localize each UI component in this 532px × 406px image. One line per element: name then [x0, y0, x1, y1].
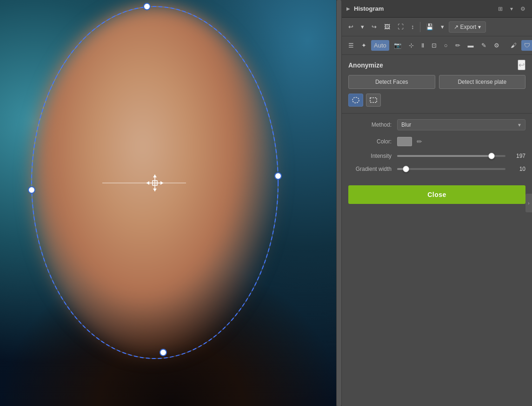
right-edge-expand[interactable]: › [525, 194, 532, 212]
auto-label: Auto [374, 42, 386, 49]
settings-tool-button[interactable]: ⚙ [491, 40, 502, 51]
intensity-value: 197 [509, 153, 525, 159]
mask-button[interactable]: 🛡 [521, 40, 532, 51]
circle-tool-button[interactable]: ○ [441, 40, 451, 51]
text-tool-button[interactable]: Ⅱ [419, 40, 427, 51]
params-section: Method: Blur Pixelate Color Fill ▼ Color… [342, 114, 532, 178]
shape-buttons-row [348, 94, 525, 107]
canvas-area [0, 0, 342, 406]
scrollbar-thumb[interactable] [337, 0, 341, 406]
method-row: Method: Blur Pixelate Color Fill ▼ [348, 119, 525, 130]
ellipse-shape-button[interactable] [348, 94, 363, 107]
panel-menu-icon[interactable]: ⊞ [496, 5, 505, 13]
detect-plate-button[interactable]: Detect license plate [439, 75, 526, 89]
filters-button[interactable]: ☰ [346, 40, 357, 51]
vertical-scrollbar[interactable] [336, 0, 342, 406]
toolbar-row-2: ☰ ✦ Auto 📷 ⊹ Ⅱ ⊡ ○ ✏ ▬ ✎ ⚙ 🖌 🛡 T. [342, 36, 532, 55]
color-value-area: ✏ [397, 137, 525, 146]
histogram-header: ▶ Histogram ⊞ ▾ ⚙ [342, 0, 532, 18]
blur-overlay [32, 6, 278, 357]
detect-faces-button[interactable]: Detect Faces [348, 75, 435, 89]
rect-tool-button[interactable]: ▬ [465, 40, 477, 51]
snapshot-button[interactable]: 🖼 [381, 21, 393, 32]
save-dropdown-button[interactable]: ▾ [438, 21, 447, 32]
toolbar-row-1: ↩ ▾ ↪ 🖼 ⛶ ↕ 💾 ▾ ↗ Export ▾ [342, 18, 532, 36]
export-dropdown-arrow: ▾ [478, 24, 481, 30]
intensity-thumb[interactable] [488, 153, 495, 159]
gradient-row: Gradient width 10 [348, 166, 525, 172]
intensity-fill [397, 155, 492, 157]
undo-dropdown-button[interactable]: ▾ [358, 21, 367, 32]
anonymize-header: Anonymize ↩ [348, 60, 525, 70]
expand-icon[interactable]: ▶ [346, 6, 350, 11]
redo-button[interactable]: ↪ [369, 21, 379, 32]
color-label: Color: [348, 138, 397, 145]
gradient-slider[interactable] [397, 168, 505, 170]
detect-buttons-row: Detect Faces Detect license plate [348, 75, 525, 89]
crop-button[interactable]: ⛶ [395, 21, 406, 32]
gradient-value: 10 [509, 166, 525, 172]
export-icon: ↗ [454, 24, 459, 30]
perspective-button[interactable]: ⊹ [406, 40, 417, 51]
method-select[interactable]: Blur Pixelate Color Fill [397, 119, 525, 130]
crop-tool-button[interactable]: ⊡ [429, 40, 439, 51]
intensity-label: Intensity [348, 153, 397, 159]
export-button[interactable]: ↗ Export ▾ [449, 21, 486, 33]
anonymize-section: Anonymize ↩ Detect Faces Detect license … [342, 55, 532, 114]
close-button[interactable]: Close [348, 185, 525, 204]
method-dropdown-wrap: Blur Pixelate Color Fill ▼ [397, 119, 525, 130]
camera-button[interactable]: 📷 [391, 40, 404, 51]
intensity-row: Intensity 197 [348, 153, 525, 159]
auto-button[interactable]: Auto [371, 40, 389, 51]
color-swatch[interactable] [397, 137, 412, 146]
rotate-button[interactable]: ↕ [408, 21, 417, 32]
pen-tool-button[interactable]: ✏ [452, 40, 463, 51]
gradient-thumb[interactable] [403, 166, 409, 172]
annotation-tool-button[interactable]: ✎ [479, 40, 489, 51]
intensity-value-area: 197 [397, 153, 525, 159]
svg-point-14 [352, 97, 359, 103]
toolbar-separator-1 [420, 22, 420, 32]
save-button[interactable]: 💾 [423, 21, 436, 32]
anonymize-back-button[interactable]: ↩ [518, 60, 525, 70]
svg-rect-15 [370, 98, 377, 102]
paint-button[interactable]: 🖌 [508, 40, 519, 51]
histogram-title: Histogram [354, 5, 492, 12]
anonymize-title: Anonymize [348, 61, 383, 69]
right-panel: ▶ Histogram ⊞ ▾ ⚙ ↩ ▾ ↪ 🖼 ⛶ ↕ 💾 ▾ ↗ Expo… [342, 0, 532, 406]
method-value-area: Blur Pixelate Color Fill ▼ [397, 119, 525, 130]
color-row: Color: ✏ [348, 137, 525, 146]
eyedropper-button[interactable]: ✏ [416, 137, 423, 146]
panel-settings-icon[interactable]: ⚙ [519, 5, 527, 13]
export-label: Export [460, 24, 477, 30]
method-label: Method: [348, 122, 397, 128]
undo-button[interactable]: ↩ [346, 21, 356, 32]
panel-dropdown-icon[interactable]: ▾ [508, 5, 515, 13]
healing-button[interactable]: ✦ [359, 40, 369, 51]
gradient-label: Gradient width [348, 166, 397, 172]
rect-shape-button[interactable] [366, 94, 381, 107]
gradient-value-area: 10 [397, 166, 525, 172]
intensity-slider[interactable] [397, 155, 505, 157]
